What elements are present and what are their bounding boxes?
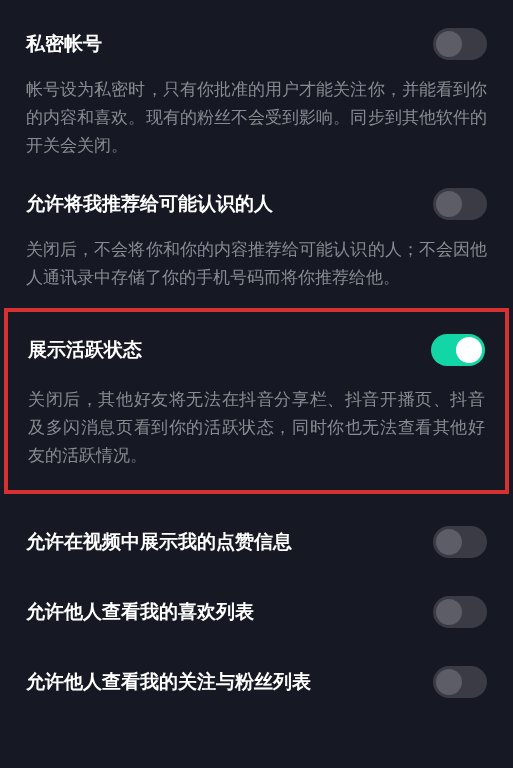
toggle-knob — [436, 599, 462, 625]
setting-show-likes-video: 允许在视频中展示我的点赞信息 — [26, 494, 487, 558]
setting-title: 允许他人查看我的喜欢列表 — [26, 600, 254, 625]
setting-title: 允许将我推荐给可能认识的人 — [26, 192, 273, 217]
toggle-knob — [436, 669, 462, 695]
settings-list: 私密帐号 帐号设为私密时，只有你批准的用户才能关注你，并能看到你的内容和喜欢。现… — [0, 0, 513, 292]
setting-recommend-contacts: 允许将我推荐给可能认识的人 关闭后，不会将你和你的内容推荐给可能认识的人；不会因… — [26, 160, 487, 292]
highlight-box: 展示活跃状态 关闭后，其他好友将无法在抖音分享栏、抖音开播页、抖音及多闪消息页看… — [4, 308, 509, 494]
setting-title: 允许在视频中展示我的点赞信息 — [26, 530, 292, 555]
setting-view-likes-list: 允许他人查看我的喜欢列表 — [26, 564, 487, 628]
toggle-show-likes-video[interactable] — [433, 526, 487, 558]
setting-row: 允许将我推荐给可能认识的人 — [26, 188, 487, 220]
setting-description: 帐号设为私密时，只有你批准的用户才能关注你，并能看到你的内容和喜欢。现有的粉丝不… — [26, 76, 487, 160]
toggle-recommend-contacts[interactable] — [433, 188, 487, 220]
settings-list-continued: 允许在视频中展示我的点赞信息 允许他人查看我的喜欢列表 允许他人查看我的关注与粉… — [0, 494, 513, 698]
setting-title: 允许他人查看我的关注与粉丝列表 — [26, 670, 311, 695]
setting-title: 展示活跃状态 — [28, 338, 142, 363]
setting-row: 允许他人查看我的喜欢列表 — [26, 596, 487, 628]
setting-row: 私密帐号 — [26, 28, 487, 60]
toggle-knob — [436, 191, 462, 217]
setting-title: 私密帐号 — [26, 32, 102, 57]
setting-description: 关闭后，其他好友将无法在抖音分享栏、抖音开播页、抖音及多闪消息页看到你的活跃状态… — [28, 386, 485, 470]
setting-description: 关闭后，不会将你和你的内容推荐给可能认识的人；不会因他人通讯录中存储了你的手机号… — [26, 236, 487, 292]
setting-row: 允许在视频中展示我的点赞信息 — [26, 526, 487, 558]
toggle-knob — [436, 529, 462, 555]
setting-view-follow-list: 允许他人查看我的关注与粉丝列表 — [26, 634, 487, 698]
toggle-view-likes-list[interactable] — [433, 596, 487, 628]
toggle-view-follow-list[interactable] — [433, 666, 487, 698]
setting-row: 允许他人查看我的关注与粉丝列表 — [26, 666, 487, 698]
toggle-active-status[interactable] — [431, 334, 485, 366]
toggle-knob — [436, 31, 462, 57]
setting-row: 展示活跃状态 — [28, 334, 485, 366]
toggle-private-account[interactable] — [433, 28, 487, 60]
setting-private-account: 私密帐号 帐号设为私密时，只有你批准的用户才能关注你，并能看到你的内容和喜欢。现… — [26, 0, 487, 160]
toggle-knob — [456, 337, 482, 363]
